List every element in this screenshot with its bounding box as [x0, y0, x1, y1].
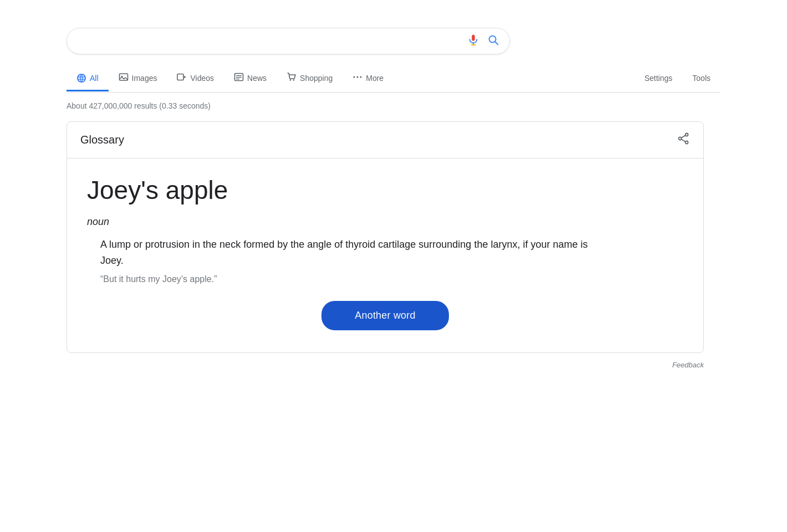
results-count: About 427,000,000 results (0.33 seconds) — [67, 101, 720, 110]
svg-line-4 — [495, 42, 498, 44]
tab-all[interactable]: All — [67, 66, 109, 91]
more-tab-icon — [352, 72, 362, 84]
feedback-row: Feedback — [67, 361, 704, 369]
svg-marker-11 — [184, 76, 186, 78]
search-bar: friends glossary — [67, 28, 510, 54]
svg-point-23 — [686, 141, 688, 144]
tab-all-label: All — [90, 74, 99, 83]
news-tab-icon — [234, 72, 244, 84]
tab-shopping[interactable]: Shopping — [277, 65, 343, 93]
tab-news-label: News — [247, 74, 267, 83]
microphone-icon[interactable] — [467, 34, 479, 48]
svg-point-20 — [360, 76, 362, 78]
tab-settings-label: Settings — [645, 74, 673, 83]
videos-tab-icon — [177, 72, 187, 84]
svg-point-16 — [290, 79, 291, 80]
svg-rect-8 — [119, 74, 127, 80]
tab-images[interactable]: Images — [109, 65, 167, 93]
word-example: “But it hurts my Joey’s apple.” — [100, 274, 683, 284]
svg-point-21 — [686, 134, 688, 136]
another-word-button[interactable]: Another word — [321, 301, 448, 330]
navigation-tabs: All Images Videos — [67, 65, 720, 93]
svg-rect-10 — [177, 74, 183, 80]
glossary-card-body: Joey's apple noun A lump or protrusion i… — [67, 158, 703, 352]
feedback-link[interactable]: Feedback — [672, 361, 704, 369]
word-part-of-speech: noun — [87, 216, 683, 228]
tab-news[interactable]: News — [224, 65, 277, 93]
svg-line-24 — [681, 135, 685, 138]
svg-rect-0 — [472, 35, 475, 41]
tab-videos[interactable]: Videos — [167, 65, 224, 93]
tab-more[interactable]: More — [343, 65, 394, 93]
all-tab-icon — [76, 73, 86, 83]
search-button-icon[interactable] — [487, 34, 499, 48]
search-input[interactable]: friends glossary — [77, 35, 467, 47]
svg-line-25 — [681, 139, 685, 142]
tab-settings[interactable]: Settings — [635, 67, 683, 91]
svg-point-22 — [679, 137, 682, 140]
svg-point-18 — [354, 76, 355, 78]
search-bar-container: friends glossary — [67, 28, 720, 54]
word-title: Joey's apple — [87, 175, 683, 205]
images-tab-icon — [119, 72, 129, 84]
svg-point-5 — [78, 74, 85, 82]
shopping-tab-icon — [287, 72, 297, 84]
svg-point-17 — [293, 79, 294, 80]
tab-images-label: Images — [132, 74, 157, 83]
glossary-card: Glossary Joey's apple noun A lump or pro… — [67, 121, 704, 353]
share-icon[interactable] — [677, 132, 690, 148]
svg-point-19 — [357, 76, 359, 78]
settings-tools-group: Settings Tools — [635, 67, 720, 90]
tab-shopping-label: Shopping — [300, 74, 333, 83]
glossary-section-title: Glossary — [80, 134, 124, 146]
search-icons — [467, 34, 499, 48]
tab-tools-label: Tools — [692, 74, 711, 83]
tab-videos-label: Videos — [190, 74, 214, 83]
word-definition: A lump or protrusion in the neck formed … — [100, 237, 599, 269]
tab-more-label: More — [366, 74, 384, 83]
glossary-card-header: Glossary — [67, 122, 703, 158]
tab-tools[interactable]: Tools — [682, 67, 720, 91]
